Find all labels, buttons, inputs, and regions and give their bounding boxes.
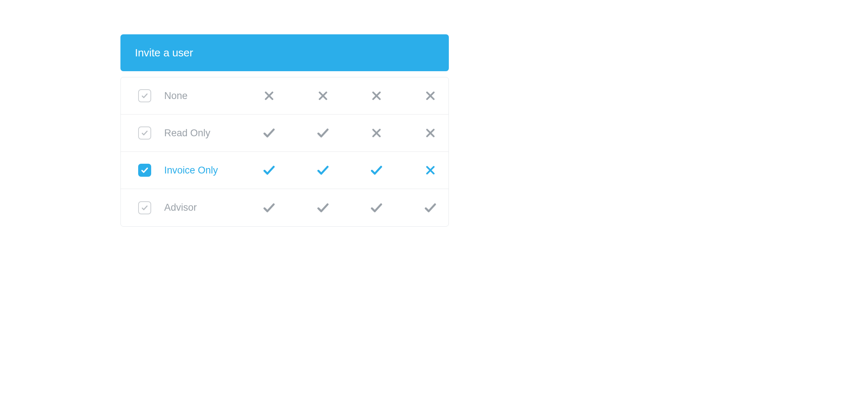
permission-2 [316,89,330,103]
cross-icon [371,127,382,139]
role-row-invoice-only[interactable]: Invoice Only [121,152,448,189]
cross-icon [425,90,436,102]
permission-3 [369,163,384,177]
permission-1 [262,126,276,140]
checkbox-advisor[interactable] [138,201,151,214]
header-bar: Invite a user [120,34,449,71]
permission-4 [423,163,438,177]
permission-1 [262,89,276,103]
cross-icon [425,164,436,176]
cross-icon [425,127,436,139]
role-label: Invoice Only [164,165,258,176]
check-icon [370,163,383,177]
permission-cells [258,163,438,177]
permission-4 [423,89,438,103]
role-label: Read Only [164,128,258,139]
check-icon [262,163,276,177]
permission-1 [262,201,276,215]
permission-1 [262,163,276,177]
check-icon [424,201,437,215]
check-icon [370,201,383,215]
header-title: Invite a user [135,47,193,59]
checkbox-read-only[interactable] [138,126,151,140]
role-row-read-only[interactable]: Read Only [121,115,448,152]
check-icon [141,129,148,137]
role-label: None [164,90,258,102]
permission-2 [316,126,330,140]
cross-icon [317,90,329,102]
invite-user-widget: Invite a user None Read Only [120,34,449,227]
check-icon [262,126,276,140]
checkbox-invoice-only[interactable] [138,164,151,177]
role-label: Advisor [164,202,258,213]
check-icon [141,204,148,211]
cross-icon [371,90,382,102]
role-row-advisor[interactable]: Advisor [121,189,448,226]
permission-3 [369,89,384,103]
check-icon [141,166,149,174]
cross-icon [263,90,275,102]
check-icon [141,92,148,99]
permission-cells [258,89,438,103]
permission-cells [258,126,438,140]
check-icon [316,163,330,177]
permission-cells [258,201,438,215]
permission-4 [423,201,438,215]
permission-4 [423,126,438,140]
role-row-none[interactable]: None [121,77,448,115]
permission-2 [316,201,330,215]
role-panel: None Read Only [120,77,449,227]
permission-3 [369,126,384,140]
permission-3 [369,201,384,215]
check-icon [316,126,330,140]
check-icon [316,201,330,215]
checkbox-none[interactable] [138,89,151,102]
check-icon [262,201,276,215]
permission-2 [316,163,330,177]
